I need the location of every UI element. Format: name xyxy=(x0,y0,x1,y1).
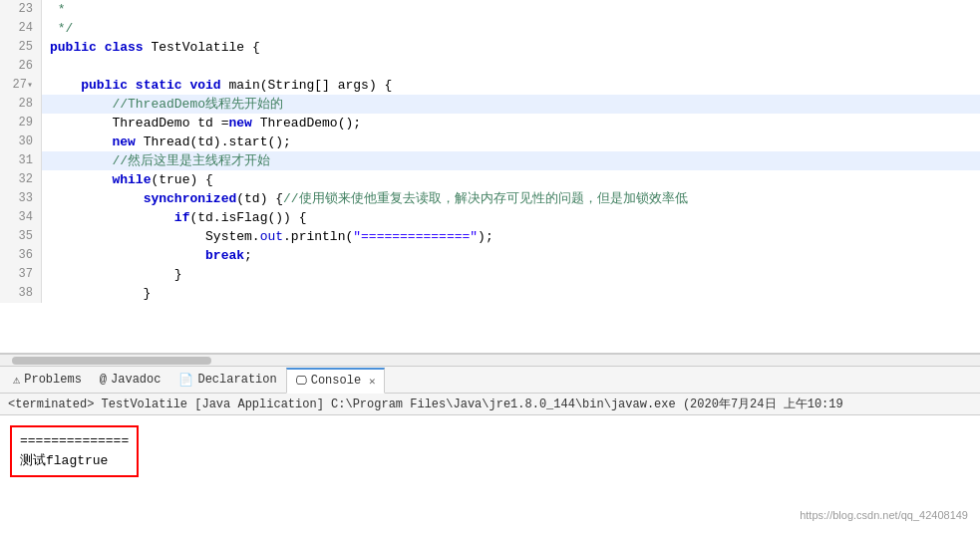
code-line-29: 29 ThreadDemo td =new ThreadDemo(); xyxy=(0,114,980,133)
line-content-37: } xyxy=(42,265,182,284)
line-num-23: 23 xyxy=(0,0,42,19)
scrollbar-thumb[interactable] xyxy=(12,357,211,365)
console-line-1: ============== xyxy=(20,431,129,451)
horizontal-scrollbar[interactable] xyxy=(0,354,980,366)
line-content-24: */ xyxy=(42,19,73,38)
line-content-25: public class TestVolatile { xyxy=(42,38,260,57)
javadoc-icon: @ xyxy=(100,373,107,387)
watermark: https://blog.csdn.net/qq_42408149 xyxy=(800,509,968,521)
line-num-33: 33 xyxy=(0,189,42,208)
line-num-28: 28 xyxy=(0,95,42,114)
code-lines: 23 * 24 */ 25 public class TestVolatile … xyxy=(0,0,980,303)
line-content-34: if(td.isFlag()) { xyxy=(42,208,306,227)
line-num-38: 38 xyxy=(0,284,42,303)
tab-console-label: Console xyxy=(311,374,361,388)
line-num-29: 29 xyxy=(0,114,42,133)
code-line-25: 25 public class TestVolatile { xyxy=(0,38,980,57)
code-line-30: 30 new Thread(td).start(); xyxy=(0,133,980,151)
code-line-28: 28 //ThreadDemo线程先开始的 xyxy=(0,95,980,114)
tab-problems-label: Problems xyxy=(24,373,82,387)
line-content-23: * xyxy=(42,0,66,19)
console-header: <terminated> TestVolatile [Java Applicat… xyxy=(0,394,980,415)
line-content-29: ThreadDemo td =new ThreadDemo(); xyxy=(42,114,361,133)
console-output-box: ============== 测试flagtrue xyxy=(10,425,139,477)
code-line-36: 36 break; xyxy=(0,246,980,265)
line-content-35: System.out.println("=============="); xyxy=(42,227,493,246)
tab-problems[interactable]: ⚠ Problems xyxy=(4,367,91,393)
tab-javadoc[interactable]: @ Javadoc xyxy=(91,367,170,393)
line-content-36: break; xyxy=(42,246,252,265)
line-num-35: 35 xyxy=(0,227,42,246)
code-editor: 23 * 24 */ 25 public class TestVolatile … xyxy=(0,0,980,354)
tab-console[interactable]: 🖵 Console ✕ xyxy=(286,368,385,394)
line-num-24: 24 xyxy=(0,19,42,38)
code-line-37: 37 } xyxy=(0,265,980,284)
line-num-37: 37 xyxy=(0,265,42,284)
console-icon: 🖵 xyxy=(295,374,307,389)
console-line-2: 测试flagtrue xyxy=(20,451,129,471)
console-output: ============== 测试flagtrue xyxy=(0,415,980,483)
line-content-30: new Thread(td).start(); xyxy=(42,133,291,151)
code-line-27: 27▾ public static void main(String[] arg… xyxy=(0,76,980,95)
code-line-23: 23 * xyxy=(0,0,980,19)
code-line-26: 26 xyxy=(0,57,980,76)
tab-javadoc-label: Javadoc xyxy=(111,373,161,387)
line-content-33: synchronized(td) {//使用锁来使他重复去读取，解决内存可见性的… xyxy=(42,189,688,208)
line-num-34: 34 xyxy=(0,208,42,227)
line-num-36: 36 xyxy=(0,246,42,265)
code-line-33: 33 synchronized(td) {//使用锁来使他重复去读取，解决内存可… xyxy=(0,189,980,208)
code-line-34: 34 if(td.isFlag()) { xyxy=(0,208,980,227)
line-num-32: 32 xyxy=(0,170,42,189)
line-num-31: 31 xyxy=(0,151,42,170)
console-area: <terminated> TestVolatile [Java Applicat… xyxy=(0,394,980,523)
tab-declaration-label: Declaration xyxy=(197,373,276,387)
tab-bar: ⚠ Problems @ Javadoc 📄 Declaration 🖵 Con… xyxy=(0,366,980,394)
code-line-35: 35 System.out.println("=============="); xyxy=(0,227,980,246)
line-content-32: while(true) { xyxy=(42,170,213,189)
code-line-32: 32 while(true) { xyxy=(0,170,980,189)
line-content-28: //ThreadDemo线程先开始的 xyxy=(42,95,283,114)
code-line-38: 38 } xyxy=(0,284,980,303)
problems-icon: ⚠ xyxy=(13,373,20,388)
line-content-27: public static void main(String[] args) { xyxy=(42,76,392,95)
console-close[interactable]: ✕ xyxy=(369,375,376,388)
line-num-30: 30 xyxy=(0,133,42,151)
line-content-38: } xyxy=(42,284,151,303)
line-content-31: //然后这里是主线程才开始 xyxy=(42,151,270,170)
line-num-26: 26 xyxy=(0,57,42,76)
line-num-27: 27▾ xyxy=(0,76,42,95)
code-line-24: 24 */ xyxy=(0,19,980,38)
tab-declaration[interactable]: 📄 Declaration xyxy=(169,367,285,393)
declaration-icon: 📄 xyxy=(178,373,193,388)
line-num-25: 25 xyxy=(0,38,42,57)
code-line-31: 31 //然后这里是主线程才开始 xyxy=(0,151,980,170)
